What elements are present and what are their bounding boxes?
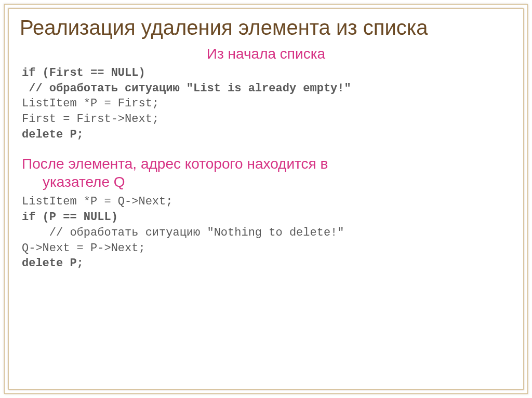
code-line: ListItem *P = First; — [22, 97, 159, 110]
code-line: if (First == NULL) — [22, 66, 145, 79]
content-area: Реализация удаления элемента из списка И… — [20, 16, 512, 382]
code-line: if (P == NULL) — [22, 211, 118, 224]
heading-line-1: После элемента, адрес которого находится… — [22, 156, 328, 172]
code-line: Q->Next = P->Next; — [22, 242, 145, 255]
code-line: // обработать ситуацию ″List is already … — [22, 82, 351, 95]
code-line: // обработать ситуацию ″Nothing to delet… — [22, 226, 344, 239]
heading-line-2: указателе Q — [22, 173, 512, 191]
code-line: ListItem *P = Q->Next; — [22, 195, 172, 208]
code-line: delete P; — [22, 128, 84, 141]
section1-heading: Из начала списка — [20, 46, 512, 62]
code-block-2: ListItem *P = Q->Next; if (P == NULL) //… — [20, 194, 512, 271]
code-line: delete P; — [22, 257, 84, 270]
slide-title: Реализация удаления элемента из списка — [20, 16, 512, 39]
slide: Реализация удаления элемента из списка И… — [0, 0, 532, 398]
code-line: First = First->Next; — [22, 113, 159, 126]
code-block-1: if (First == NULL) // обработать ситуаци… — [20, 65, 512, 142]
section2-heading: После элемента, адрес которого находится… — [20, 155, 512, 191]
